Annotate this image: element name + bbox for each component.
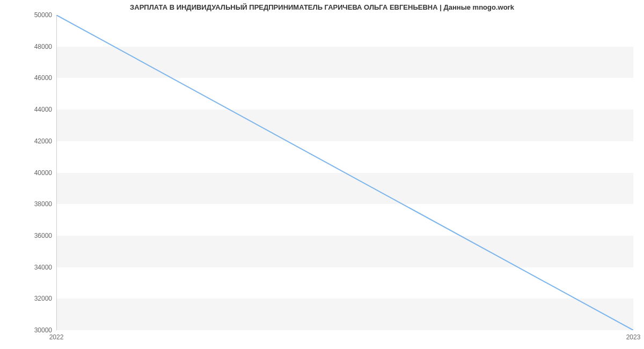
x-tick-label: 2023 xyxy=(626,333,641,341)
y-tick-label: 44000 xyxy=(34,106,52,113)
series-line xyxy=(56,15,633,330)
chart-container: ЗАРПЛАТА В ИНДИВИДУАЛЬНЫЙ ПРЕДПРИНИМАТЕЛ… xyxy=(0,0,644,349)
y-tick-label: 40000 xyxy=(34,169,52,177)
chart-line-svg xyxy=(56,15,633,330)
y-tick-label: 36000 xyxy=(34,232,52,239)
y-tick-label: 50000 xyxy=(34,11,52,19)
y-tick-label: 42000 xyxy=(34,137,52,145)
y-tick-label: 30000 xyxy=(34,326,52,334)
y-tick-label: 32000 xyxy=(34,295,52,302)
y-tick-label: 34000 xyxy=(34,264,52,271)
y-tick-label: 38000 xyxy=(34,200,52,208)
plot-area: 3000032000340003600038000400004200044000… xyxy=(56,15,633,330)
x-tick-label: 2022 xyxy=(49,333,64,341)
chart-title: ЗАРПЛАТА В ИНДИВИДУАЛЬНЫЙ ПРЕДПРИНИМАТЕЛ… xyxy=(0,3,644,11)
y-tick-label: 48000 xyxy=(34,43,52,50)
y-tick-label: 46000 xyxy=(34,74,52,82)
